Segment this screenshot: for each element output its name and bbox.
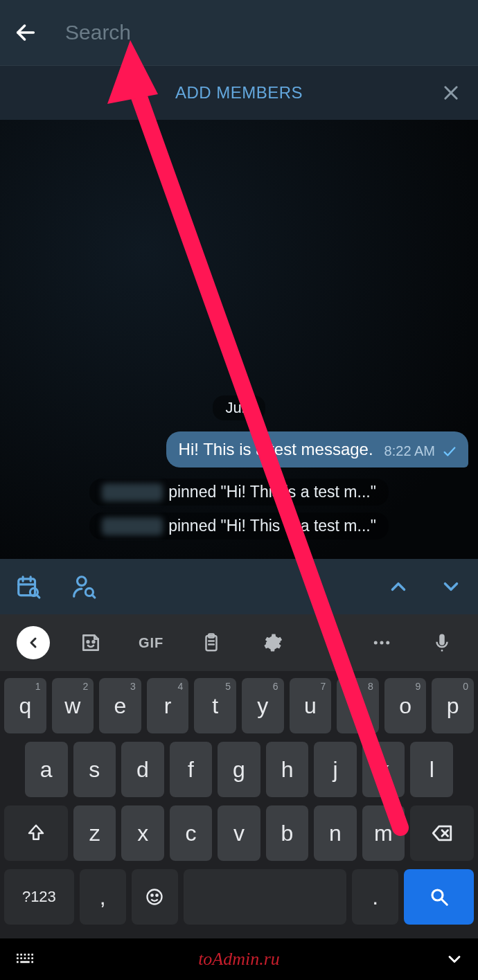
key-x[interactable]: x — [121, 805, 163, 861]
search-header — [0, 0, 478, 66]
key-a[interactable]: a — [25, 742, 68, 797]
message-row: Hi! This is a test message. 8:22 AM — [0, 431, 478, 467]
svg-line-11 — [92, 595, 95, 598]
emoji-key[interactable] — [132, 869, 178, 925]
svg-rect-38 — [17, 961, 19, 963]
member-search-icon[interactable] — [71, 573, 97, 600]
key-n[interactable]: n — [314, 805, 356, 861]
chat-area: July Hi! This is a test message. 8:22 AM… — [0, 120, 478, 559]
service-text: pinned "Hi! This is a test m..." — [168, 517, 376, 535]
svg-rect-39 — [20, 961, 29, 963]
key-i[interactable]: i8 — [337, 678, 379, 733]
comma-key[interactable]: , — [80, 869, 126, 925]
svg-rect-31 — [28, 954, 30, 956]
key-p[interactable]: p0 — [432, 678, 474, 733]
gif-button[interactable]: GIF — [132, 623, 170, 662]
key-b[interactable]: b — [266, 805, 308, 861]
gear-icon[interactable] — [253, 623, 292, 662]
key-s[interactable]: s — [73, 742, 116, 797]
search-toolbar — [0, 559, 478, 614]
key-t[interactable]: t5 — [194, 678, 236, 733]
key-l[interactable]: l — [410, 742, 453, 797]
svg-rect-30 — [24, 954, 26, 956]
mic-icon[interactable] — [423, 623, 461, 662]
svg-point-25 — [157, 895, 158, 896]
add-members-banner[interactable]: ADD MEMBERS — [0, 66, 478, 120]
close-icon[interactable] — [441, 83, 461, 103]
chevron-down-icon[interactable] — [439, 575, 463, 598]
keyboard: q1w2e3r4t5y6u7i8o9p0 asdfghjkl zxcvbnm ?… — [0, 671, 478, 938]
add-members-label: ADD MEMBERS — [175, 83, 303, 103]
svg-rect-35 — [24, 957, 26, 959]
svg-rect-36 — [28, 957, 30, 959]
key-y[interactable]: y6 — [242, 678, 284, 733]
key-f[interactable]: f — [170, 742, 213, 797]
period-key[interactable]: . — [352, 869, 398, 925]
svg-point-18 — [374, 641, 378, 645]
blurred-username — [102, 517, 163, 535]
chevron-up-icon[interactable] — [387, 575, 410, 598]
clipboard-icon[interactable] — [192, 623, 231, 662]
check-icon — [442, 444, 457, 459]
backspace-key[interactable] — [410, 805, 474, 861]
svg-rect-40 — [31, 961, 33, 963]
date-badge: July — [213, 395, 265, 420]
search-key[interactable] — [404, 869, 474, 925]
space-key[interactable] — [184, 869, 346, 925]
key-g[interactable]: g — [218, 742, 260, 797]
service-message[interactable]: pinned "Hi! This is a test m..." — [89, 479, 389, 506]
outgoing-message-bubble[interactable]: Hi! This is a test message. 8:22 AM — [166, 431, 468, 467]
service-text: pinned "Hi! This is a test m..." — [168, 483, 376, 501]
key-h[interactable]: h — [266, 742, 309, 797]
shift-key[interactable] — [4, 805, 68, 861]
svg-rect-3 — [19, 579, 35, 596]
key-z[interactable]: z — [73, 805, 116, 861]
key-q[interactable]: q1 — [4, 678, 46, 733]
blurred-username — [102, 483, 163, 501]
key-m[interactable]: m — [362, 805, 405, 861]
message-text: Hi! This is a test message. — [179, 440, 373, 459]
sticker-icon[interactable] — [71, 623, 110, 662]
svg-rect-34 — [20, 957, 22, 959]
svg-line-27 — [441, 900, 447, 905]
more-icon[interactable] — [362, 623, 401, 662]
svg-point-20 — [386, 641, 389, 645]
svg-point-9 — [78, 577, 87, 586]
message-time: 8:22 AM — [384, 443, 435, 459]
keyboard-switch-icon[interactable] — [14, 948, 36, 970]
svg-point-23 — [148, 890, 162, 905]
svg-point-13 — [93, 641, 95, 643]
key-r[interactable]: r4 — [147, 678, 189, 733]
key-j[interactable]: j — [314, 742, 357, 797]
keyboard-suggestion-bar: GIF — [0, 614, 478, 671]
svg-rect-37 — [31, 957, 33, 959]
calendar-search-icon[interactable] — [15, 573, 42, 600]
chevron-left-icon[interactable] — [17, 626, 50, 659]
svg-rect-28 — [17, 954, 19, 956]
svg-point-24 — [152, 895, 153, 896]
collapse-keyboard-icon[interactable] — [445, 950, 464, 969]
bottom-bar: toAdmin.ru — [0, 938, 478, 980]
svg-line-8 — [37, 595, 39, 598]
key-v[interactable]: v — [218, 805, 260, 861]
svg-rect-33 — [17, 957, 19, 959]
service-message[interactable]: pinned "Hi! This is a test m..." — [89, 513, 389, 540]
key-k[interactable]: k — [362, 742, 405, 797]
svg-point-19 — [380, 641, 384, 645]
watermark-text: toAdmin.ru — [198, 949, 280, 970]
back-arrow-icon[interactable] — [14, 21, 37, 44]
key-o[interactable]: o9 — [384, 678, 427, 733]
svg-point-12 — [87, 641, 89, 643]
key-c[interactable]: c — [170, 805, 212, 861]
key-w[interactable]: w2 — [52, 678, 94, 733]
search-input[interactable] — [65, 21, 464, 44]
key-u[interactable]: u7 — [290, 678, 332, 733]
svg-rect-29 — [20, 954, 22, 956]
key-d[interactable]: d — [121, 742, 164, 797]
symbols-key[interactable]: ?123 — [4, 869, 74, 925]
svg-rect-32 — [31, 954, 33, 956]
key-e[interactable]: e3 — [99, 678, 141, 733]
